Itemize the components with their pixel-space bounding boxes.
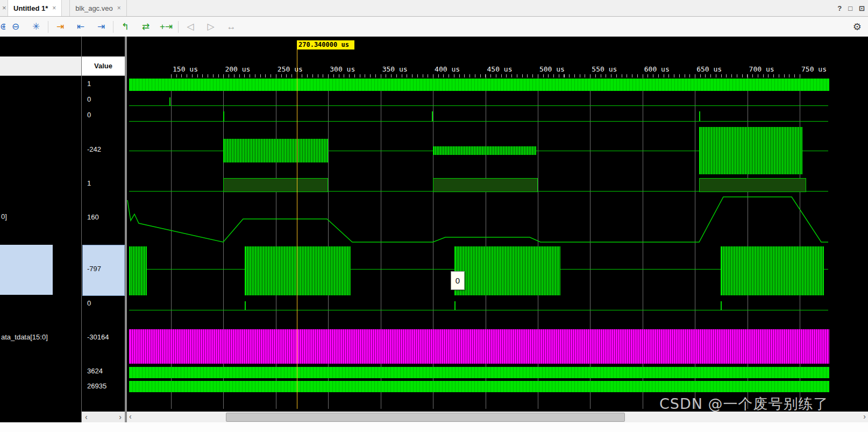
waveform-enable-pulse [433, 178, 538, 192]
waveform-bus [129, 367, 829, 378]
time-tick-label: 200 us [225, 65, 250, 73]
zoom-fit-icon[interactable]: ✳ [26, 22, 46, 31]
signal-value[interactable]: 26935 [87, 382, 106, 390]
timeline-ruler[interactable] [171, 74, 805, 77]
time-tick-label: 550 us [592, 65, 617, 73]
swap-edges-icon[interactable]: ⇄ [136, 22, 156, 31]
float-icon[interactable]: ⊡ [859, 4, 865, 12]
waveform-low-signal [129, 105, 828, 106]
next-marker-icon[interactable]: ▷ [201, 22, 221, 31]
close-icon[interactable]: × [2, 4, 6, 12]
window-controls: ? □ ⊡ [837, 0, 865, 16]
time-tick-label: 400 us [435, 65, 460, 73]
signal-value-selected[interactable]: -797 [87, 265, 101, 273]
names-panel-scrollbar: ‹ › [82, 412, 125, 422]
time-tick-label: 250 us [278, 65, 303, 73]
tab-untitled[interactable]: Untitled 1* × [8, 0, 62, 16]
signal-value[interactable]: 0 [87, 95, 91, 103]
value-tooltip: 0 [451, 271, 465, 290]
signal-value[interactable]: 160 [87, 213, 99, 221]
signal-name[interactable]: 0] [1, 213, 7, 221]
selected-signal-highlight[interactable] [0, 245, 53, 295]
waveform-pulse [721, 301, 722, 310]
waveform-burst [699, 127, 802, 174]
toolbar-separator [113, 21, 113, 33]
time-tick-label: 350 us [382, 65, 408, 73]
waveform-pulse [169, 97, 170, 106]
time-tick-label: 600 us [644, 65, 670, 73]
signal-value[interactable]: 1 [87, 179, 91, 187]
marker-range-icon[interactable]: ↔ [221, 22, 241, 31]
waveform-pulse [454, 301, 456, 310]
previous-edge-icon[interactable]: ↰ [115, 22, 136, 31]
waveform-burst [129, 246, 147, 295]
previous-marker-icon[interactable]: ◁ [180, 22, 201, 31]
zoom-out-icon[interactable]: ⊖ [5, 22, 26, 31]
go-to-start-icon[interactable]: ⇤ [70, 22, 91, 31]
clipped-icon[interactable]: ⊕ [0, 22, 5, 31]
waveform-clock [129, 79, 829, 91]
waveform-pulse [245, 301, 246, 310]
waveform-low-signal [129, 121, 828, 122]
value-column-header: Value [82, 56, 125, 76]
time-cursor[interactable] [297, 49, 297, 409]
signal-value[interactable]: 3624 [87, 367, 103, 375]
waveform-burst [454, 246, 560, 295]
scroll-left-icon[interactable]: ‹ [85, 413, 88, 421]
scroll-right-icon[interactable]: › [119, 413, 122, 421]
waveform-enable-pulse [223, 178, 328, 192]
scroll-left-icon[interactable]: ‹ [129, 413, 132, 420]
scrollbar-thumb[interactable] [226, 413, 625, 422]
signal-names-panel: 0] ata_tdata[15:0] [0, 37, 81, 422]
waveform-pulse [223, 111, 224, 122]
waveform-burst [223, 139, 328, 162]
waveform-simulator-window: × Untitled 1* × blk_agc.veo × ? □ ⊡ ⊕ ⊖ … [0, 0, 868, 432]
next-transition-icon[interactable]: ⇥ [50, 22, 70, 31]
time-tick-label: 150 us [173, 65, 198, 73]
signal-value[interactable]: -30164 [87, 333, 109, 341]
settings-gear-icon[interactable]: ⚙ [853, 21, 862, 33]
signal-value[interactable]: 0 [87, 111, 91, 119]
scroll-right-icon[interactable]: › [863, 413, 866, 420]
time-tick-label: 650 us [696, 65, 722, 73]
waveform-canvas[interactable]: 150 us200 us250 us300 us350 us400 us450 … [127, 37, 868, 422]
waveform-burst [433, 146, 536, 155]
close-icon[interactable]: × [52, 4, 56, 12]
waveform-low-signal [129, 310, 828, 310]
waveform-toolbar: ⊕ ⊖ ✳ ⇥ ⇤ ⇥ ↰ ⇄ +⇥ ◁ ▷ ↔ ⚙ [0, 17, 868, 37]
time-tick-label: 300 us [330, 65, 355, 73]
time-tick-label: 450 us [487, 65, 513, 73]
tab-blk-agc-veo[interactable]: blk_agc.veo × [69, 0, 126, 16]
signal-name[interactable]: ata_tdata[15:0] [1, 333, 48, 341]
waveform-burst [721, 246, 824, 295]
signal-value[interactable]: 1 [87, 80, 91, 88]
tab-bar: × Untitled 1* × blk_agc.veo × ? □ ⊡ [0, 0, 868, 17]
waveform-magenta-bus [129, 329, 829, 364]
value-column: Value 1 0 0 -242 1 160 -797 0 -30164 362… [82, 37, 125, 422]
time-cursor-label[interactable]: 270.340000 us [297, 40, 354, 49]
time-tick-label: 500 us [539, 65, 565, 73]
waveform-pulse [699, 111, 700, 122]
signal-value[interactable]: -242 [87, 145, 101, 153]
tab-label: Untitled 1* [13, 4, 48, 12]
help-icon[interactable]: ? [837, 4, 842, 12]
toolbar-separator [48, 21, 48, 33]
go-to-end-icon[interactable]: ⇥ [91, 22, 111, 31]
toolbar-separator [178, 21, 179, 33]
waveform-analog-ramp [127, 37, 868, 422]
signal-value[interactable]: 0 [87, 299, 91, 307]
close-icon[interactable]: × [117, 4, 121, 12]
waveform-pulse [432, 111, 433, 122]
waveform-bus [129, 381, 829, 392]
window-bottom-edge [0, 422, 868, 432]
tab-label: blk_agc.veo [75, 4, 112, 12]
maximize-icon[interactable]: □ [848, 4, 852, 12]
csdn-watermark: CSDN @一个废号别练了 [659, 394, 829, 414]
names-header [0, 56, 81, 76]
time-tick-label: 750 us [801, 65, 827, 73]
waveform-enable-pulse [699, 178, 806, 192]
add-marker-icon[interactable]: +⇥ [156, 22, 176, 31]
waveform-burst [245, 246, 351, 295]
time-tick-label: 700 us [749, 65, 774, 73]
